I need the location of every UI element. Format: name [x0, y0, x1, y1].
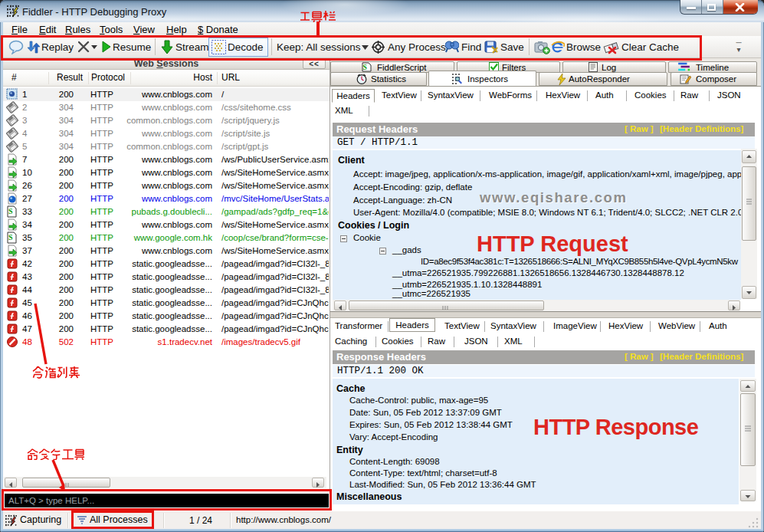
svg-text:S: S	[8, 207, 13, 215]
svg-text:S: S	[8, 233, 13, 241]
svg-text:S: S	[363, 64, 367, 71]
